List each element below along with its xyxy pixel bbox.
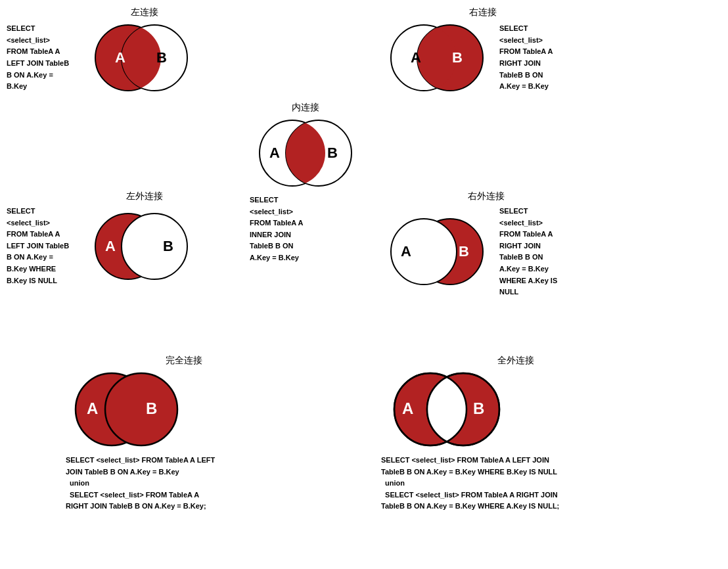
svg-text:A: A: [411, 49, 421, 66]
svg-text:A: A: [402, 399, 413, 417]
left-outer-join-code: SELECT <select_list> FROM TableA A LEFT …: [7, 206, 79, 286]
right-join-code: SELECT <select_list> FROM TableA A RIGHT…: [499, 23, 578, 93]
full-join-diagram: A B: [66, 370, 184, 449]
right-join-title: 右连接: [388, 7, 578, 18]
left-outer-join-section: 左外连接 SELECT <select_list> FROM TableA A …: [7, 191, 197, 286]
left-join-code: SELECT <select_list> FROM TableA A LEFT …: [7, 23, 79, 93]
svg-text:A: A: [269, 145, 280, 161]
svg-text:B: B: [146, 399, 157, 417]
full-outer-join-diagram: A B: [381, 370, 512, 449]
svg-text:B: B: [163, 238, 173, 254]
full-join-title: 完全连接: [66, 355, 302, 367]
svg-text:B: B: [327, 145, 338, 161]
svg-text:B: B: [459, 243, 469, 260]
inner-join-section: 内连接 A B SELECT <select_list> FROM TableA…: [250, 102, 361, 264]
svg-text:A: A: [401, 243, 411, 260]
left-outer-join-title: 左外连接: [92, 191, 197, 202]
left-outer-join-diagram: A B: [85, 210, 197, 283]
right-join-diagram: A B: [381, 22, 493, 94]
right-outer-join-title: 右外连接: [388, 191, 585, 202]
inner-join-diagram: A B: [250, 117, 361, 189]
left-join-diagram: A B: [85, 22, 197, 94]
right-outer-join-diagram: A B: [381, 216, 493, 288]
full-outer-join-title: 全外连接: [388, 355, 644, 367]
right-join-section: 右连接 A B: [381, 7, 578, 94]
svg-text:B: B: [452, 49, 463, 66]
page-container: 左连接 SELECT <select_list> FROM TableA A L…: [0, 0, 728, 569]
svg-text:B: B: [473, 399, 484, 417]
full-join-section: 完全连接 A B SELECT <select_list> FROM Table…: [66, 355, 302, 512]
right-outer-join-code: SELECT <select_list> FROM TableA A RIGHT…: [499, 206, 585, 298]
svg-text:A: A: [115, 49, 125, 66]
inner-join-title: 内连接: [250, 102, 361, 114]
left-join-title: 左连接: [92, 7, 197, 18]
svg-point-34: [105, 373, 177, 445]
inner-join-code: SELECT <select_list> FROM TableA A INNER…: [250, 194, 361, 264]
full-outer-join-section: 全外连接: [381, 355, 644, 512]
svg-text:B: B: [156, 49, 167, 66]
right-outer-join-section: 右外连接 A B SELECT <select_list> FROM Table…: [381, 191, 585, 298]
full-outer-join-code: SELECT <select_list> FROM TableA A LEFT …: [381, 455, 644, 512]
full-join-code: SELECT <select_list> FROM TableA A LEFT …: [66, 455, 302, 512]
svg-text:A: A: [87, 399, 98, 417]
svg-text:A: A: [105, 238, 116, 254]
left-join-section: 左连接 SELECT <select_list> FROM TableA A L…: [7, 7, 197, 94]
